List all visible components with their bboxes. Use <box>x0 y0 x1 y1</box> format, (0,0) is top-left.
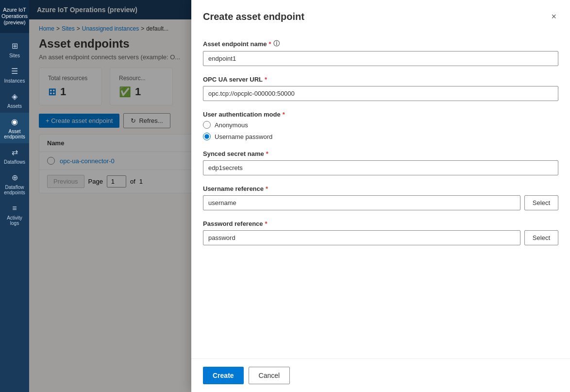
dialog-close-button[interactable]: × <box>549 10 558 24</box>
password-select-label: Select <box>533 234 550 241</box>
form-group-synced-secret: Synced secret name * <box>203 150 558 175</box>
password-ref-select-button[interactable]: Select <box>524 230 558 245</box>
create-asset-endpoint-dialog: Create asset endpoint × Asset endpoint n… <box>191 0 570 392</box>
assets-icon: ◈ <box>9 91 20 102</box>
synced-secret-input[interactable] <box>203 160 558 175</box>
asset-endpoints-icon: ◉ <box>9 117 20 127</box>
form-group-auth-mode: User authentication mode * Anonymous Use… <box>203 111 558 140</box>
form-group-username-ref: Username reference * Select <box>203 185 558 210</box>
sidebar-item-asset-endpoints-label: Asset endpoints <box>2 129 27 139</box>
form-label-auth-mode: User authentication mode * <box>203 111 558 118</box>
required-mark-2: * <box>265 76 267 83</box>
opc-url-input[interactable] <box>203 86 558 101</box>
cancel-button[interactable]: Cancel <box>249 367 290 384</box>
auth-mode-radio-group: Anonymous Username password <box>203 121 558 140</box>
username-ref-select-button[interactable]: Select <box>524 195 558 210</box>
dataflow-endpoints-icon: ⊕ <box>9 172 20 183</box>
password-ref-input[interactable] <box>203 230 520 245</box>
sidebar-item-dataflow-endpoints[interactable]: ⊕ Dataflow endpoints <box>0 169 29 199</box>
required-mark-5: * <box>266 185 268 192</box>
sidebar-item-assets[interactable]: ◈ Assets <box>0 87 29 113</box>
sidebar-item-dataflows-label: Dataflows <box>4 159 25 165</box>
password-ref-field-group: Select <box>203 230 558 245</box>
sidebar: Azure IoT Operations (preview) ⊞ Sites ☰… <box>0 0 29 392</box>
sidebar-item-instances[interactable]: ☰ Instances <box>0 62 29 87</box>
app-title: Azure IoT Operations (preview) <box>0 7 29 26</box>
radio-username-password[interactable]: Username password <box>203 133 558 140</box>
sidebar-item-asset-endpoints[interactable]: ◉ Asset endpoints <box>0 113 29 143</box>
form-group-password-ref: Password reference * Select <box>203 220 558 245</box>
sidebar-item-activity-logs[interactable]: ≡ Activity logs <box>0 199 29 230</box>
required-mark-3: * <box>283 111 285 118</box>
dialog-footer: Create Cancel <box>191 358 570 392</box>
endpoint-name-input[interactable] <box>203 51 558 66</box>
form-label-password-ref: Password reference * <box>203 220 558 227</box>
info-icon-endpoint-name: ⓘ <box>273 39 280 48</box>
sidebar-item-dataflow-endpoints-label: Dataflow endpoints <box>2 185 27 195</box>
sidebar-item-sites[interactable]: ⊞ Sites <box>0 37 29 62</box>
username-ref-input[interactable] <box>203 195 520 210</box>
form-label-opc-url: OPC UA server URL * <box>203 76 558 83</box>
username-ref-field-group: Select <box>203 195 558 210</box>
required-mark-4: * <box>266 150 268 157</box>
username-select-label: Select <box>533 199 550 206</box>
radio-username-password-input[interactable] <box>203 133 211 140</box>
sites-icon: ⊞ <box>9 41 20 51</box>
dataflows-icon: ⇄ <box>9 147 20 158</box>
app-logo-area: Azure IoT Operations (preview) <box>0 0 29 33</box>
instances-icon: ☰ <box>9 66 20 77</box>
dialog-body: Asset endpoint name * ⓘ OPC UA server UR… <box>191 32 570 358</box>
create-btn-label: Create <box>213 372 234 379</box>
sidebar-item-dataflows[interactable]: ⇄ Dataflows <box>0 143 29 169</box>
form-label-synced-secret: Synced secret name * <box>203 150 558 157</box>
form-group-endpoint-name: Asset endpoint name * ⓘ <box>203 39 558 66</box>
form-label-username-ref: Username reference * <box>203 185 558 192</box>
radio-username-password-label: Username password <box>215 133 272 140</box>
sidebar-item-instances-label: Instances <box>4 78 25 84</box>
cancel-btn-label: Cancel <box>259 372 280 379</box>
required-mark-6: * <box>265 220 268 227</box>
required-mark-1: * <box>268 40 271 48</box>
form-group-opc-url: OPC UA server URL * <box>203 76 558 101</box>
sidebar-item-sites-label: Sites <box>9 53 20 58</box>
radio-anonymous-label: Anonymous <box>215 121 248 129</box>
radio-anonymous[interactable]: Anonymous <box>203 121 558 129</box>
dialog-header: Create asset endpoint × <box>191 0 570 32</box>
create-button[interactable]: Create <box>203 367 244 384</box>
sidebar-item-assets-label: Assets <box>7 103 22 109</box>
form-label-endpoint-name: Asset endpoint name * ⓘ <box>203 39 558 48</box>
radio-anonymous-input[interactable] <box>203 121 211 129</box>
sidebar-item-activity-logs-label: Activity logs <box>2 215 27 226</box>
dialog-title: Create asset endpoint <box>203 11 304 22</box>
activity-logs-icon: ≡ <box>9 203 20 214</box>
